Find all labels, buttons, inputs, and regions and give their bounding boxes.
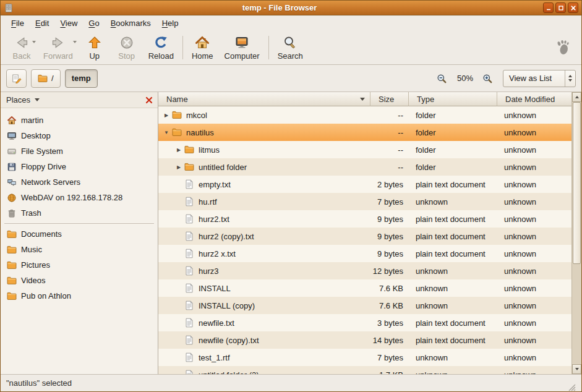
menu-go[interactable]: Go	[83, 17, 105, 30]
menu-file[interactable]: File	[6, 17, 30, 30]
computer-icon	[234, 35, 249, 50]
resize-grip[interactable]	[567, 383, 576, 391]
toolbar-separator	[182, 36, 183, 59]
sidebar-item-file-system[interactable]: File System	[1, 143, 158, 159]
file-modified: unknown	[497, 232, 571, 241]
zoom-out-button[interactable]	[435, 72, 449, 85]
current-path-button[interactable]: temp	[65, 69, 98, 88]
sidebar-item-music[interactable]: Music	[1, 242, 158, 257]
file-modified: unknown	[497, 353, 571, 362]
home-icon	[195, 35, 210, 50]
sidebar-item-label: Network Servers	[21, 177, 80, 187]
column-header-type[interactable]: Type	[409, 92, 497, 106]
column-header-name[interactable]: Name	[158, 92, 370, 106]
close-button[interactable]	[568, 2, 578, 13]
user-home-icon	[7, 116, 17, 126]
file-type: plain text document	[409, 249, 497, 258]
file-row-untitled-folder-2[interactable]: untitled folder (2)1.7 KBunknownunknown	[158, 366, 571, 374]
menu-view[interactable]: View	[54, 17, 83, 30]
file-row-empty-txt[interactable]: empty.txt2 bytesplain text documentunkno…	[158, 176, 571, 193]
places-pane-selector[interactable]: Places	[6, 95, 40, 104]
expander-icon[interactable]: ▼	[161, 130, 172, 135]
file-row-test-1-rtf[interactable]: test_1.rtf7 bytesunknownunknown	[158, 349, 571, 366]
menu-edit[interactable]: Edit	[30, 17, 54, 30]
file-name: INSTALL	[199, 284, 231, 293]
file-modified: unknown	[497, 336, 571, 345]
window-title: temp - File Browser	[16, 3, 543, 12]
file-row-hurz2-txt[interactable]: hurz2.txt9 bytesplain text documentunkno…	[158, 210, 571, 228]
name-cell: hurz2 x.txt	[158, 249, 370, 258]
column-header-label: Name	[166, 95, 188, 104]
expander-icon[interactable]: ▶	[161, 113, 172, 118]
file-name: litmus	[199, 145, 220, 155]
scroll-up-button[interactable]	[572, 92, 581, 102]
file-row-hu-rtf[interactable]: hu.rtf7 bytesunknownunknown	[158, 193, 571, 210]
folder-icon	[7, 245, 17, 255]
up-button[interactable]: Up	[79, 33, 111, 62]
scrollbar-thumb[interactable]	[573, 102, 581, 264]
status-text: "nautilus" selected	[6, 378, 72, 388]
column-header-label: Date Modified	[505, 95, 555, 104]
sidebar-item-label: Desktop	[21, 131, 51, 140]
computer-button[interactable]: Computer	[219, 33, 265, 62]
folder-icon	[7, 260, 17, 270]
root-path-button[interactable]: /	[31, 69, 61, 88]
sidebar-item-floppy-drive[interactable]: Floppy Drive	[1, 159, 158, 174]
toggle-location-entry-button[interactable]	[6, 69, 27, 88]
minimize-button[interactable]	[543, 2, 554, 13]
sidebar-item-videos[interactable]: Videos	[1, 273, 158, 288]
text-file-icon	[184, 179, 194, 189]
column-header-size[interactable]: Size	[370, 92, 409, 106]
sidebar-close-button[interactable]	[144, 95, 154, 105]
zoom-in-button[interactable]	[481, 72, 495, 85]
sidebar-item-documents[interactable]: Documents	[1, 226, 158, 242]
sidebar-item-pub-on-athlon[interactable]: Pub on Athlon	[1, 288, 158, 304]
expander-icon[interactable]: ▶	[173, 147, 184, 153]
file-row-newfile-copy-txt[interactable]: newfile (copy).txt14 bytesplain text doc…	[158, 331, 571, 349]
file-type: unknown	[409, 353, 497, 362]
file-name: INSTALL (copy)	[199, 301, 255, 310]
view-mode-spinner[interactable]	[565, 70, 575, 87]
file-modified: unknown	[497, 266, 571, 276]
search-button[interactable]: Search	[272, 33, 309, 62]
sidebar-item-trash[interactable]: Trash	[1, 205, 158, 221]
file-size: 7.6 KB	[370, 301, 409, 310]
file-type: plain text document	[409, 318, 497, 328]
file-row-hurz2-copy-txt[interactable]: hurz2 (copy).txt9 bytesplain text docume…	[158, 228, 571, 245]
dropdown-arrow-icon	[73, 41, 77, 43]
scroll-down-button[interactable]	[572, 364, 581, 374]
menu-bookmarks[interactable]: Bookmarks	[105, 17, 156, 30]
places-title: Places	[6, 95, 30, 104]
sidebar-item-pictures[interactable]: Pictures	[1, 257, 158, 273]
file-row-litmus[interactable]: ▶litmus--folderunknown	[158, 141, 571, 158]
sidebar-item-desktop[interactable]: Desktop	[1, 128, 158, 143]
column-headers: NameSizeTypeDate Modified	[158, 92, 571, 106]
file-modified: unknown	[497, 249, 571, 258]
back-icon	[14, 35, 29, 50]
file-row-untitled-folder[interactable]: ▶untitled folder--folderunknown	[158, 158, 571, 176]
file-row-nautilus[interactable]: ▼nautilus--folderunknown	[158, 124, 571, 141]
file-size: 12 bytes	[370, 266, 409, 276]
file-row-hurz3[interactable]: hurz312 bytesunknownunknown	[158, 262, 571, 279]
sidebar-item-network-servers[interactable]: Network Servers	[1, 174, 158, 190]
sidebar-item-webdav-on-192-168-178-28[interactable]: WebDAV on 192.168.178.28	[1, 190, 158, 205]
home-button[interactable]: Home	[186, 33, 219, 62]
toolbar-button-label: Reload	[148, 51, 174, 61]
maximize-button[interactable]	[555, 2, 566, 13]
file-row-hurz2-x-txt[interactable]: hurz2 x.txt9 bytesplain text documentunk…	[158, 245, 571, 262]
titlebar[interactable]: temp - File Browser	[1, 1, 581, 15]
file-row-install-copy[interactable]: INSTALL (copy)7.6 KBunknownunknown	[158, 297, 571, 314]
vertical-scrollbar[interactable]	[571, 92, 581, 374]
file-name: hurz2.txt	[199, 215, 229, 224]
file-row-install[interactable]: INSTALL7.6 KBunknownunknown	[158, 279, 571, 297]
file-row-newfile-txt[interactable]: newfile.txt3 bytesplain text documentunk…	[158, 314, 571, 331]
column-header-date-modified[interactable]: Date Modified	[497, 92, 571, 106]
menu-help[interactable]: Help	[156, 17, 184, 30]
sidebar-item-martin[interactable]: martin	[1, 113, 158, 128]
reload-button[interactable]: Reload	[143, 33, 179, 62]
view-mode-select[interactable]: View as List	[503, 70, 576, 87]
file-row-mkcol[interactable]: ▶mkcol--folderunknown	[158, 106, 571, 124]
file-list-pane: NameSizeTypeDate Modified ▶mkcol--folder…	[158, 92, 581, 374]
expander-icon[interactable]: ▶	[173, 164, 184, 170]
file-name: mkcol	[186, 111, 207, 120]
